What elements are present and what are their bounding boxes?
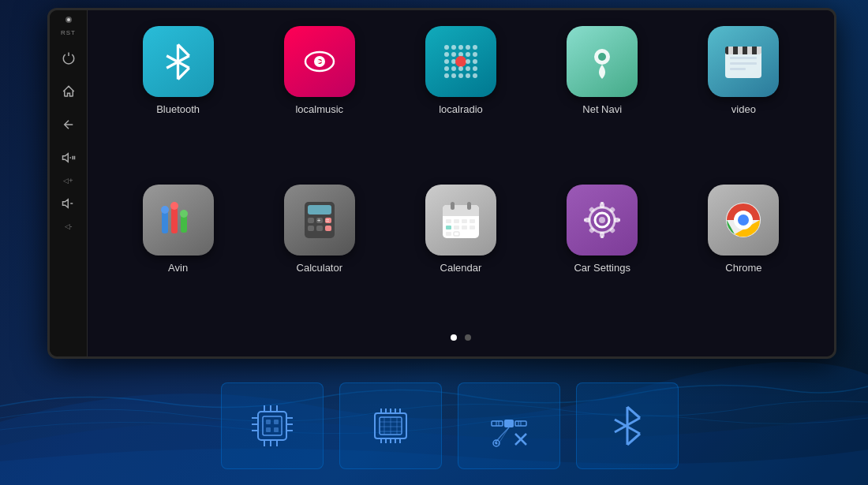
svg-text:=: = bbox=[325, 217, 329, 224]
svg-rect-29 bbox=[473, 59, 477, 64]
svg-rect-24 bbox=[473, 52, 477, 57]
svg-line-9 bbox=[178, 68, 189, 79]
svg-rect-63 bbox=[316, 226, 323, 231]
svg-rect-73 bbox=[454, 219, 459, 223]
app-localradio-label: localradio bbox=[439, 103, 483, 115]
svg-rect-112 bbox=[266, 420, 271, 424]
app-calendar[interactable]: Calendar bbox=[394, 185, 527, 327]
svg-rect-44 bbox=[728, 47, 733, 54]
svg-rect-69 bbox=[443, 211, 479, 216]
svg-rect-80 bbox=[446, 232, 451, 236]
svg-rect-47 bbox=[757, 47, 761, 54]
svg-rect-31 bbox=[451, 66, 456, 71]
app-bluetooth-label: Bluetooth bbox=[156, 103, 200, 115]
svg-rect-32 bbox=[458, 66, 463, 71]
app-avin[interactable]: Avin bbox=[111, 185, 245, 327]
svg-rect-23 bbox=[466, 52, 470, 57]
svg-rect-15 bbox=[444, 45, 449, 50]
svg-rect-19 bbox=[473, 45, 477, 50]
svg-text:+: + bbox=[316, 217, 320, 224]
svg-rect-25 bbox=[444, 59, 449, 64]
svg-marker-0 bbox=[62, 154, 68, 162]
bottom-features bbox=[79, 382, 821, 469]
app-localmusic[interactable]: localmusic bbox=[253, 26, 386, 169]
feature-gps[interactable] bbox=[458, 382, 560, 469]
svg-rect-90 bbox=[609, 206, 615, 212]
svg-rect-16 bbox=[451, 45, 456, 50]
app-calendar-label: Calendar bbox=[440, 262, 482, 274]
rst-indicator bbox=[65, 17, 72, 23]
page-dot-2[interactable] bbox=[465, 334, 471, 341]
svg-point-84 bbox=[599, 217, 605, 223]
svg-point-27 bbox=[455, 56, 466, 67]
main-screen: Bluetooth localmusic bbox=[88, 10, 834, 356]
vol-down-button[interactable] bbox=[54, 189, 83, 218]
app-netnavi[interactable]: Net Navi bbox=[536, 26, 669, 169]
app-localradio[interactable]: localradio bbox=[394, 26, 527, 169]
svg-rect-92 bbox=[609, 226, 615, 233]
svg-rect-91 bbox=[589, 226, 595, 233]
svg-rect-33 bbox=[466, 66, 470, 71]
page-dots bbox=[111, 326, 810, 345]
svg-rect-28 bbox=[466, 59, 470, 64]
svg-rect-77 bbox=[454, 226, 459, 229]
svg-rect-114 bbox=[266, 427, 271, 432]
left-sidebar: RST ◁+ bbox=[50, 10, 88, 356]
svg-rect-46 bbox=[747, 47, 752, 54]
page-dot-1[interactable] bbox=[451, 334, 457, 341]
svg-line-7 bbox=[178, 44, 189, 55]
svg-rect-50 bbox=[730, 68, 746, 70]
svg-rect-45 bbox=[738, 47, 743, 54]
svg-rect-21 bbox=[451, 52, 456, 57]
power-button[interactable] bbox=[54, 44, 83, 73]
app-bluetooth[interactable]: Bluetooth bbox=[111, 26, 245, 169]
svg-rect-62 bbox=[308, 226, 314, 231]
svg-rect-39 bbox=[473, 73, 477, 78]
svg-point-142 bbox=[496, 442, 498, 445]
svg-rect-115 bbox=[274, 427, 279, 432]
svg-rect-134 bbox=[504, 420, 514, 427]
svg-rect-113 bbox=[274, 420, 279, 424]
svg-rect-59 bbox=[308, 218, 314, 223]
app-calculator-label: Calculator bbox=[297, 262, 343, 274]
back-button[interactable] bbox=[54, 110, 83, 139]
svg-rect-79 bbox=[470, 226, 475, 229]
svg-point-54 bbox=[161, 206, 169, 214]
svg-rect-58 bbox=[308, 205, 331, 215]
svg-rect-76 bbox=[446, 226, 451, 229]
svg-rect-18 bbox=[466, 45, 470, 50]
svg-rect-34 bbox=[473, 66, 477, 71]
svg-rect-64 bbox=[325, 226, 331, 231]
svg-marker-4 bbox=[62, 200, 68, 208]
app-carsettings[interactable]: Car Settings bbox=[536, 185, 669, 327]
svg-rect-51 bbox=[162, 211, 168, 233]
svg-point-56 bbox=[180, 210, 188, 218]
rst-label: RST bbox=[61, 29, 76, 36]
app-localmusic-label: localmusic bbox=[295, 103, 343, 115]
app-carsettings-label: Car Settings bbox=[574, 262, 630, 274]
svg-rect-49 bbox=[730, 62, 757, 65]
svg-rect-30 bbox=[444, 66, 449, 71]
svg-rect-20 bbox=[444, 52, 449, 57]
svg-rect-87 bbox=[585, 218, 590, 222]
app-video[interactable]: video bbox=[677, 26, 810, 169]
home-button[interactable] bbox=[54, 77, 83, 106]
feature-processor[interactable] bbox=[221, 382, 324, 469]
feature-processor2[interactable] bbox=[339, 382, 442, 469]
svg-rect-17 bbox=[458, 45, 463, 50]
app-calculator[interactable]: + = Calculator bbox=[253, 185, 386, 327]
svg-rect-135 bbox=[492, 421, 503, 426]
vol-up-button[interactable] bbox=[54, 144, 83, 172]
app-netnavi-label: Net Navi bbox=[582, 103, 622, 115]
svg-rect-74 bbox=[462, 219, 467, 223]
head-unit: RST ◁+ bbox=[47, 8, 836, 359]
svg-point-55 bbox=[170, 202, 178, 210]
app-chrome[interactable]: Chrome bbox=[677, 185, 810, 327]
svg-rect-52 bbox=[171, 207, 178, 233]
svg-rect-36 bbox=[451, 73, 456, 78]
svg-rect-71 bbox=[467, 202, 471, 210]
svg-line-146 bbox=[627, 407, 640, 418]
svg-point-95 bbox=[738, 215, 749, 226]
svg-rect-53 bbox=[181, 215, 187, 233]
feature-bluetooth[interactable] bbox=[576, 382, 679, 469]
